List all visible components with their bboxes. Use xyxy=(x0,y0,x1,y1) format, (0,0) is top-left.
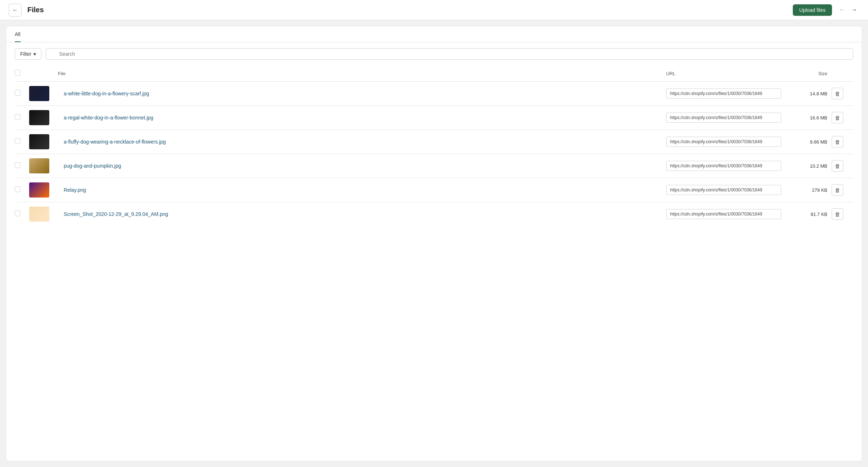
url-field-2[interactable]: https://cdn.shopify.com/s/files/1/0030/7… xyxy=(666,137,781,147)
search-input[interactable] xyxy=(46,48,853,60)
file-size-3: 10.2 MB xyxy=(781,163,832,169)
url-field-4[interactable]: https://cdn.shopify.com/s/files/1/0030/7… xyxy=(666,185,781,195)
table-row: pug-dog-and-pumpkin.jpg https://cdn.shop… xyxy=(15,154,853,178)
nav-arrows: ← → xyxy=(836,5,859,15)
row-thumb-col xyxy=(29,207,58,222)
file-thumbnail-0 xyxy=(29,86,49,101)
row-checkbox-col xyxy=(15,186,29,194)
row-checkbox-col xyxy=(15,138,29,145)
table-row: a-fluffy-dog-wearing-a-necklace-of-flowe… xyxy=(15,130,853,154)
row-thumb-col xyxy=(29,134,58,149)
search-wrapper: 🔍 xyxy=(46,48,853,60)
row-thumb-col xyxy=(29,158,58,173)
row-filename-col: Relay.png xyxy=(58,187,666,193)
row-checkbox-col xyxy=(15,114,29,121)
row-checkbox-3[interactable] xyxy=(15,162,21,168)
url-field-0[interactable]: https://cdn.shopify.com/s/files/1/0030/7… xyxy=(666,89,781,99)
row-thumb-col xyxy=(29,182,58,198)
file-col-header: File xyxy=(58,71,666,76)
top-bar-left: ← Files xyxy=(9,4,44,17)
file-size-1: 16.6 MB xyxy=(781,115,832,121)
row-url-col: https://cdn.shopify.com/s/files/1/0030/7… xyxy=(666,89,781,99)
row-filename-col: pug-dog-and-pumpkin.jpg xyxy=(58,163,666,169)
upload-files-button[interactable]: Upload files xyxy=(793,4,832,16)
row-checkbox-col xyxy=(15,210,29,218)
file-size-5: 81.7 KB xyxy=(781,212,832,217)
row-url-col: https://cdn.shopify.com/s/files/1/0030/7… xyxy=(666,209,781,219)
top-bar: ← Files Upload files ← → xyxy=(0,0,868,20)
row-filename-col: Screen_Shot_2020-12-29_at_9.29.04_AM.png xyxy=(58,211,666,217)
filter-button[interactable]: Filter ▾ xyxy=(15,48,41,60)
row-checkbox-2[interactable] xyxy=(15,138,21,144)
url-field-5[interactable]: https://cdn.shopify.com/s/files/1/0030/7… xyxy=(666,209,781,219)
row-actions-col: 🗑 xyxy=(832,184,853,196)
table-body: a-white-little-dog-in-a-flowery-scarf.jp… xyxy=(15,82,853,226)
top-bar-right: Upload files ← → xyxy=(793,4,859,16)
nav-back-arrow[interactable]: ← xyxy=(836,5,847,15)
row-thumb-col xyxy=(29,86,58,101)
file-size-2: 9.66 MB xyxy=(781,139,832,145)
row-checkbox-col xyxy=(15,90,29,97)
row-checkbox-4[interactable] xyxy=(15,186,21,192)
file-name-link-1[interactable]: a-regal-white-dog-in-a-flower-bonnet.jpg xyxy=(58,115,153,121)
row-url-col: https://cdn.shopify.com/s/files/1/0030/7… xyxy=(666,137,781,147)
url-field-1[interactable]: https://cdn.shopify.com/s/files/1/0030/7… xyxy=(666,113,781,123)
delete-button-0[interactable]: 🗑 xyxy=(832,88,843,99)
row-checkbox-1[interactable] xyxy=(15,114,21,120)
file-thumbnail-1 xyxy=(29,110,49,125)
size-col-header: Size xyxy=(781,71,832,76)
table-row: a-white-little-dog-in-a-flowery-scarf.jp… xyxy=(15,82,853,106)
table-header: File URL Size xyxy=(15,65,853,82)
file-thumbnail-3 xyxy=(29,158,49,173)
row-filename-col: a-white-little-dog-in-a-flowery-scarf.jp… xyxy=(58,90,666,97)
row-thumb-col xyxy=(29,110,58,125)
filters-row: Filter ▾ 🔍 xyxy=(6,42,862,65)
row-checkbox-col xyxy=(15,162,29,169)
file-size-0: 14.8 MB xyxy=(781,91,832,96)
table-container: File URL Size a-white-little-dog-in-a-fl… xyxy=(6,65,862,226)
table-row: Screen_Shot_2020-12-29_at_9.29.04_AM.png… xyxy=(15,202,853,226)
back-button[interactable]: ← xyxy=(9,4,22,17)
file-thumbnail-5 xyxy=(29,207,49,222)
row-actions-col: 🗑 xyxy=(832,160,853,172)
delete-button-1[interactable]: 🗑 xyxy=(832,112,843,123)
page-title: Files xyxy=(27,6,44,14)
select-all-checkbox-col xyxy=(15,70,29,77)
file-name-link-4[interactable]: Relay.png xyxy=(58,187,86,193)
row-actions-col: 🗑 xyxy=(832,112,853,123)
file-thumbnail-4 xyxy=(29,182,49,198)
delete-button-4[interactable]: 🗑 xyxy=(832,184,843,196)
table-row: Relay.png https://cdn.shopify.com/s/file… xyxy=(15,178,853,202)
row-actions-col: 🗑 xyxy=(832,88,853,99)
tabs-bar: All xyxy=(6,26,862,42)
row-filename-col: a-regal-white-dog-in-a-flower-bonnet.jpg xyxy=(58,114,666,121)
row-url-col: https://cdn.shopify.com/s/files/1/0030/7… xyxy=(666,113,781,123)
delete-button-3[interactable]: 🗑 xyxy=(832,160,843,172)
nav-forward-arrow[interactable]: → xyxy=(849,5,859,15)
filter-chevron-icon: ▾ xyxy=(33,51,36,57)
row-checkbox-0[interactable] xyxy=(15,90,21,96)
row-actions-col: 🗑 xyxy=(832,136,853,148)
file-name-link-3[interactable]: pug-dog-and-pumpkin.jpg xyxy=(58,163,121,169)
delete-button-2[interactable]: 🗑 xyxy=(832,136,843,148)
tab-all[interactable]: All xyxy=(15,26,21,42)
url-field-3[interactable]: https://cdn.shopify.com/s/files/1/0030/7… xyxy=(666,161,781,171)
row-url-col: https://cdn.shopify.com/s/files/1/0030/7… xyxy=(666,185,781,195)
file-name-link-5[interactable]: Screen_Shot_2020-12-29_at_9.29.04_AM.png xyxy=(58,211,168,217)
file-thumbnail-2 xyxy=(29,134,49,149)
row-filename-col: a-fluffy-dog-wearing-a-necklace-of-flowe… xyxy=(58,139,666,145)
main-content: All Filter ▾ 🔍 File URL Size xyxy=(6,26,862,461)
row-checkbox-5[interactable] xyxy=(15,210,21,216)
table-row: a-regal-white-dog-in-a-flower-bonnet.jpg… xyxy=(15,106,853,130)
filter-label: Filter xyxy=(20,51,31,57)
file-name-link-0[interactable]: a-white-little-dog-in-a-flowery-scarf.jp… xyxy=(58,91,149,96)
file-size-4: 279 KB xyxy=(781,187,832,193)
file-name-link-2[interactable]: a-fluffy-dog-wearing-a-necklace-of-flowe… xyxy=(58,139,166,145)
url-col-header: URL xyxy=(666,71,781,76)
row-url-col: https://cdn.shopify.com/s/files/1/0030/7… xyxy=(666,161,781,171)
select-all-checkbox[interactable] xyxy=(15,70,21,76)
delete-button-5[interactable]: 🗑 xyxy=(832,208,843,220)
row-actions-col: 🗑 xyxy=(832,208,853,220)
